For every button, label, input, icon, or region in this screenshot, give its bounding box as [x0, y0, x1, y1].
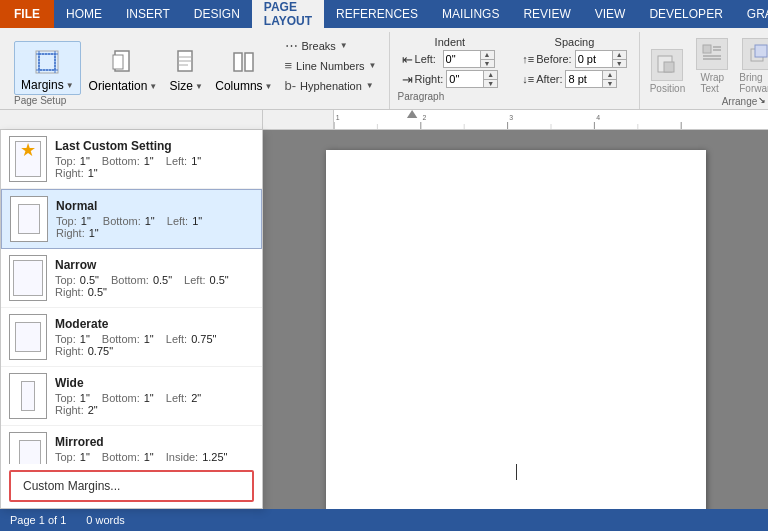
indent-left-row: ⇤ Left: ▲ ▼: [402, 50, 499, 68]
custom-margins-button[interactable]: Custom Margins...: [9, 470, 254, 502]
position-button[interactable]: Position: [648, 47, 688, 96]
document-area: [263, 130, 768, 509]
position-icon: [651, 49, 683, 81]
tab-references[interactable]: REFERENCES: [324, 0, 430, 28]
indent-left-value[interactable]: [446, 53, 484, 65]
orientation-button[interactable]: Orientation ▼: [85, 43, 162, 95]
spacing-after-input[interactable]: ▲ ▼: [565, 70, 617, 88]
paragraph-group: Indent ⇤ Left: ▲ ▼: [390, 32, 640, 109]
size-button[interactable]: Size ▼: [165, 43, 207, 95]
margin-item-wide[interactable]: Wide Top:1" Bottom:1" Left:2" Right:2": [1, 367, 262, 426]
svg-rect-12: [234, 53, 242, 71]
margin-preview-wide: [9, 373, 47, 419]
tab-home[interactable]: HOME: [54, 0, 114, 28]
normal-info: Normal Top:1" Bottom:1" Left:1" Right:1": [56, 199, 253, 239]
line-numbers-label: Line Numbers: [296, 60, 364, 72]
moderate-info: Moderate Top:1" Bottom:1" Left:0.75" Rig…: [55, 317, 254, 357]
page-setup-group: Margins ▼ Orientation ▼: [6, 32, 390, 109]
tab-review[interactable]: REVIEW: [511, 0, 582, 28]
tab-design[interactable]: DESIGN: [182, 0, 252, 28]
indent-right-down[interactable]: ▼: [483, 80, 497, 88]
indent-left-up[interactable]: ▲: [480, 51, 494, 60]
margin-item-mirrored[interactable]: Mirrored Top:1" Bottom:1" Inside:1.25" O…: [1, 426, 262, 464]
svg-marker-38: [407, 110, 417, 118]
indent-left-input[interactable]: ▲ ▼: [443, 50, 495, 68]
indent-left-down[interactable]: ▼: [480, 60, 494, 68]
bring-forward-label: BringForward: [739, 72, 768, 94]
margin-item-narrow[interactable]: Narrow Top:0.5" Bottom:0.5" Left:0.5" Ri…: [1, 249, 262, 308]
normal-name: Normal: [56, 199, 253, 213]
svg-rect-1: [39, 54, 55, 70]
orientation-label: Orientation: [89, 79, 148, 93]
spacing-section: Spacing ↑≡ Before: ▲ ▼: [518, 36, 630, 88]
size-icon: [170, 47, 202, 79]
spacing-before-value[interactable]: [578, 53, 616, 65]
margins-dropdown: ★ Last Custom Setting Top:1" Bottom:1" L…: [0, 130, 263, 509]
margins-button[interactable]: Margins ▼: [14, 41, 81, 95]
ribbon-tabs: FILE HOME INSERT DESIGN PAGE LAYOUT REFE…: [0, 0, 768, 28]
hyphenation-icon: b‐: [285, 78, 297, 93]
margin-item-moderate[interactable]: Moderate Top:1" Bottom:1" Left:0.75" Rig…: [1, 308, 262, 367]
star-icon: ★: [20, 139, 36, 161]
paragraph-label: Paragraph: [398, 91, 445, 102]
indent-right-input[interactable]: ▲ ▼: [446, 70, 498, 88]
last-custom-info: Last Custom Setting Top:1" Bottom:1" Lef…: [55, 139, 254, 179]
page-setup-label: Page Setup: [14, 95, 66, 106]
mirrored-details: Top:1" Bottom:1" Inside:1.25" Outside:1": [55, 451, 254, 464]
margin-item-normal[interactable]: Normal Top:1" Bottom:1" Left:1" Right:1": [1, 189, 262, 249]
tab-developer[interactable]: DEVELOPER: [637, 0, 734, 28]
spacing-before-input[interactable]: ▲ ▼: [575, 50, 627, 68]
wrap-text-label: WrapText: [700, 72, 724, 94]
wide-info: Wide Top:1" Bottom:1" Left:2" Right:2": [55, 376, 254, 416]
spacing-before-label: ↑≡ Before:: [522, 53, 571, 65]
margins-dropdown-arrow: ▼: [66, 81, 74, 90]
wrap-text-button[interactable]: WrapText: [693, 36, 731, 96]
margin-item-last-custom[interactable]: ★ Last Custom Setting Top:1" Bottom:1" L…: [1, 130, 262, 189]
spacing-after-down[interactable]: ▼: [602, 80, 616, 88]
line-numbers-button[interactable]: ≡ Line Numbers ▼: [281, 56, 381, 75]
svg-rect-15: [664, 62, 674, 72]
spacing-before-up[interactable]: ▲: [612, 51, 626, 60]
tab-file[interactable]: FILE: [0, 0, 54, 28]
indent-right-row: ⇥ Right: ▲ ▼: [402, 70, 499, 88]
indent-right-up[interactable]: ▲: [483, 71, 497, 80]
svg-rect-22: [755, 45, 767, 57]
wide-details: Top:1" Bottom:1" Left:2" Right:2": [55, 392, 254, 416]
tab-insert[interactable]: INSERT: [114, 0, 182, 28]
bring-forward-button[interactable]: BringForward: [737, 36, 768, 96]
spacing-label: Spacing: [522, 36, 626, 48]
text-cursor: [516, 464, 517, 480]
last-custom-name: Last Custom Setting: [55, 139, 254, 153]
spacing-after-up[interactable]: ▲: [602, 71, 616, 80]
svg-rect-16: [703, 45, 711, 53]
spacing-before-spinner: ▲ ▼: [612, 51, 626, 67]
margins-list: ★ Last Custom Setting Top:1" Bottom:1" L…: [1, 130, 262, 464]
tab-mailings[interactable]: MAILINGS: [430, 0, 511, 28]
page-status: Page 1 of 1: [10, 514, 66, 526]
indent-right-spinner: ▲ ▼: [483, 71, 497, 87]
svg-text:2: 2: [423, 113, 427, 123]
indent-left-spinner: ▲ ▼: [480, 51, 494, 67]
position-label: Position: [650, 83, 686, 94]
columns-button[interactable]: Columns ▼: [211, 43, 276, 95]
margin-preview-narrow: [9, 255, 47, 301]
ruler-spacer: [0, 110, 263, 129]
spacing-after-value[interactable]: [568, 73, 606, 85]
tab-gram[interactable]: GRAM: [735, 0, 768, 28]
columns-icon: [228, 47, 260, 79]
tab-view[interactable]: VIEW: [583, 0, 638, 28]
hyphenation-button[interactable]: b‐ Hyphenation ▼: [281, 76, 381, 95]
hyphenation-label: Hyphenation: [300, 80, 362, 92]
margin-preview-moderate: [9, 314, 47, 360]
spacing-after-spinner: ▲ ▼: [602, 71, 616, 87]
indent-right-value[interactable]: [449, 73, 487, 85]
tab-page-layout[interactable]: PAGE LAYOUT: [252, 0, 324, 28]
svg-text:3: 3: [509, 113, 513, 123]
spacing-before-down[interactable]: ▼: [612, 60, 626, 68]
svg-text:1: 1: [336, 113, 340, 123]
ruler-area: 1 2 3 4: [0, 110, 768, 130]
paragraph-controls: Indent ⇤ Left: ▲ ▼: [398, 32, 631, 91]
breaks-button[interactable]: ⋯ Breaks ▼: [281, 36, 381, 55]
last-custom-details: Top:1" Bottom:1" Left:1" Right:1": [55, 155, 254, 179]
paragraph-expand[interactable]: ↘: [758, 95, 766, 105]
